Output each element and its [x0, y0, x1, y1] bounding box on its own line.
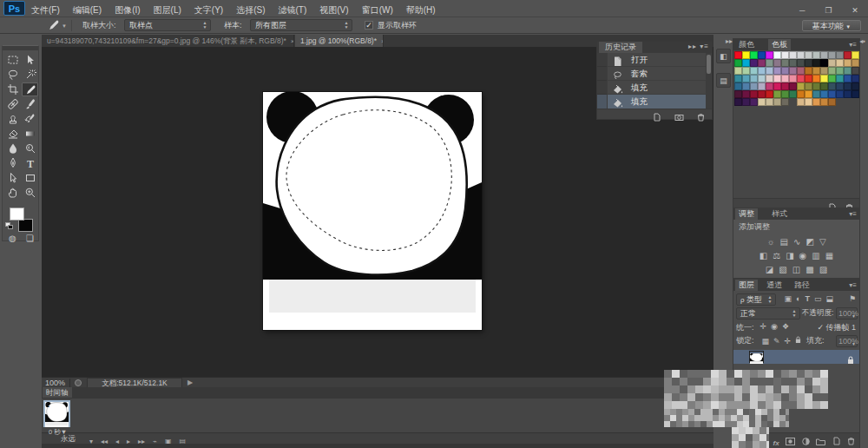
swatch[interactable]	[836, 90, 844, 98]
tab-layers[interactable]: 图层	[735, 280, 758, 291]
dock-collapse-icon-2[interactable]: ◂▪	[859, 37, 865, 45]
swatch[interactable]	[844, 82, 852, 90]
swatch[interactable]	[773, 90, 781, 98]
adjustment-curves-icon[interactable]: ∿	[793, 237, 800, 247]
adjustment-levels-icon[interactable]: ▤	[780, 237, 788, 247]
swatch[interactable]	[805, 98, 812, 106]
swatch[interactable]	[750, 67, 758, 75]
tool-magic-wand[interactable]	[22, 68, 38, 82]
tool-eyedropper[interactable]	[22, 82, 38, 96]
swatch[interactable]	[781, 90, 789, 98]
tool-healing-brush[interactable]	[4, 97, 21, 111]
swatch[interactable]	[766, 67, 773, 75]
swatch[interactable]	[805, 75, 812, 82]
swatch[interactable]	[789, 75, 797, 82]
swatch[interactable]	[766, 75, 773, 82]
history-panel-tab[interactable]: 历史记录	[599, 42, 642, 53]
swatch[interactable]	[820, 98, 828, 106]
swatch[interactable]	[852, 59, 859, 67]
filter-icons[interactable]: ▣◐T▭⬓	[782, 294, 835, 303]
swatch[interactable]	[844, 51, 852, 59]
swatch[interactable]	[812, 82, 820, 90]
swatch[interactable]	[734, 51, 742, 59]
history-snapshot-checkbox[interactable]	[597, 95, 608, 109]
tool-gradient[interactable]	[22, 127, 38, 141]
new-group-icon[interactable]	[816, 433, 825, 448]
swatch[interactable]	[781, 82, 789, 90]
tool-preset-arrow[interactable]: ▼	[62, 23, 67, 29]
eyedropper-tool-icon[interactable]	[47, 19, 60, 36]
opacity-value[interactable]: 100%▼	[836, 307, 858, 320]
tool-move[interactable]	[22, 53, 38, 67]
swatch[interactable]	[797, 82, 805, 90]
adjustment-layer-icon[interactable]	[802, 433, 810, 448]
propagate-frame[interactable]: ✓ 传播帧 1	[817, 321, 856, 333]
adjustment-colorbalance-icon[interactable]: ⚖	[773, 251, 780, 260]
swatch[interactable]	[773, 82, 781, 90]
swatch[interactable]	[805, 67, 812, 75]
swatch[interactable]	[828, 90, 836, 98]
tool-blur[interactable]	[4, 142, 21, 155]
default-colors-icon[interactable]	[5, 222, 13, 229]
swatch[interactable]	[797, 67, 805, 75]
tab-adjustments[interactable]: 调整	[735, 208, 758, 220]
swatch[interactable]	[812, 90, 820, 98]
close-button[interactable]: ✕	[844, 4, 866, 17]
adjustment-invert-icon[interactable]: ◪	[766, 265, 773, 274]
swatch[interactable]	[797, 90, 805, 98]
swatch[interactable]	[820, 67, 828, 75]
blend-mode-select[interactable]: 正常▲▼	[736, 307, 800, 320]
swatch[interactable]	[820, 51, 828, 59]
adjustment-vibrance-icon[interactable]: ▽	[819, 237, 826, 247]
swatch[interactable]	[844, 67, 852, 75]
menu-select[interactable]: 选择(S)	[236, 2, 265, 19]
history-item-打开-0[interactable]: 打开	[597, 53, 706, 67]
tab-swatches[interactable]: 色板	[768, 39, 791, 50]
swatch[interactable]	[781, 75, 789, 82]
swatch[interactable]	[812, 51, 820, 59]
swatch[interactable]	[820, 59, 828, 67]
swatch[interactable]	[781, 51, 789, 59]
menu-image[interactable]: 图像(I)	[115, 2, 140, 19]
layer-row-background[interactable]	[733, 350, 859, 364]
swatch[interactable]	[734, 75, 742, 82]
menu-window[interactable]: 窗口(W)	[362, 2, 393, 19]
layers-panel-menu-icon[interactable]: ▾≡	[849, 281, 857, 289]
swatch[interactable]	[852, 82, 859, 90]
swatch[interactable]	[797, 51, 805, 59]
swatch[interactable]	[773, 51, 781, 59]
swatch[interactable]	[742, 90, 750, 98]
swatch[interactable]	[789, 67, 797, 75]
swatch[interactable]	[781, 67, 789, 75]
swatch[interactable]	[812, 75, 820, 82]
tool-zoom[interactable]	[22, 186, 38, 200]
swatch[interactable]	[773, 59, 781, 67]
minimize-button[interactable]: ─	[791, 4, 813, 17]
swatch[interactable]	[805, 82, 812, 90]
swatch[interactable]	[750, 90, 758, 98]
tab-close-icon[interactable]: ×	[291, 37, 294, 45]
quick-mask-icon[interactable]: ◍	[9, 234, 16, 243]
history-snapshot-checkbox[interactable]	[597, 67, 608, 81]
swatch[interactable]	[734, 90, 742, 98]
swatch[interactable]	[734, 67, 742, 75]
swatch[interactable]	[742, 59, 750, 67]
swatch[interactable]	[844, 75, 852, 82]
swatch[interactable]	[836, 82, 844, 90]
swatch[interactable]	[828, 75, 836, 82]
swatch[interactable]	[758, 98, 766, 106]
delete-layer-icon[interactable]	[847, 433, 855, 448]
menu-type[interactable]: 文字(Y)	[194, 2, 223, 19]
swatch[interactable]	[758, 75, 766, 82]
swatch[interactable]	[750, 75, 758, 82]
adjustment-selectivecolor-icon[interactable]: ▨	[819, 265, 827, 274]
tool-crop[interactable]	[4, 82, 21, 96]
swatch[interactable]	[781, 59, 789, 67]
adjustment-exposure-icon[interactable]: ◩	[806, 237, 813, 247]
document-tab-1[interactable]: u=943189070,743210109&fm=27&gp=0.jpg @ 1…	[42, 35, 294, 47]
swatch[interactable]	[797, 98, 805, 106]
canvas-document[interactable]	[263, 92, 482, 330]
menu-view[interactable]: 视图(V)	[319, 2, 348, 19]
menu-file[interactable]: 文件(F)	[31, 2, 60, 19]
swatch[interactable]	[773, 98, 781, 106]
